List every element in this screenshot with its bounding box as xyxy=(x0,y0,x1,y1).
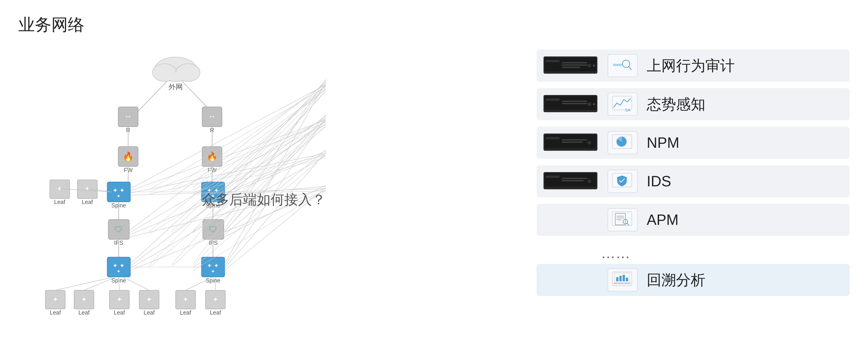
service-label-situation: 态势感知 xyxy=(647,94,705,114)
service-label-apm: APM xyxy=(647,211,679,228)
svg-text:Leaf: Leaf xyxy=(180,309,191,316)
service-dots: …… xyxy=(537,242,850,264)
svg-text:Leaf: Leaf xyxy=(114,309,125,316)
doc-search-icon xyxy=(611,211,634,229)
service-icon-box-ids xyxy=(608,170,638,193)
svg-rect-146 xyxy=(562,101,587,102)
svg-point-145 xyxy=(593,103,595,105)
main-layout: 外网 ↔ R ↔ R xyxy=(18,45,850,339)
svg-point-134 xyxy=(593,64,595,67)
svg-rect-154 xyxy=(562,139,587,140)
service-icon-box-internet-audit: www xyxy=(608,54,638,77)
svg-line-112 xyxy=(193,89,326,188)
svg-text:✦: ✦ xyxy=(213,296,218,303)
svg-line-171 xyxy=(627,223,629,225)
svg-text:🔥: 🔥 xyxy=(123,151,134,162)
svg-line-140 xyxy=(628,66,631,70)
svg-text:↔: ↔ xyxy=(208,112,216,121)
svg-text:Leaf: Leaf xyxy=(50,309,61,316)
svg-point-161 xyxy=(588,179,591,183)
appliance-icon-3 xyxy=(544,133,598,153)
svg-text:✦ ✦: ✦ ✦ xyxy=(113,262,125,269)
svg-text:Leaf: Leaf xyxy=(54,199,65,205)
svg-line-75 xyxy=(55,277,114,290)
service-label-ids: IDS xyxy=(647,173,671,190)
svg-text:✦ ✦: ✦ ✦ xyxy=(207,262,219,269)
service-label-npm: NPM xyxy=(647,134,679,151)
svg-text:🔥: 🔥 xyxy=(207,151,218,162)
svg-text:Leaf: Leaf xyxy=(82,199,93,205)
svg-line-84 xyxy=(130,120,326,191)
svg-line-5 xyxy=(136,82,167,114)
appliance-icon-4 xyxy=(544,171,598,192)
service-icon-box-apm xyxy=(608,208,638,231)
svg-text:✦: ✦ xyxy=(146,296,152,303)
service-item-situation: SA 态势感知 xyxy=(537,88,850,120)
svg-line-78 xyxy=(123,277,149,290)
svg-rect-174 xyxy=(616,277,619,281)
svg-text:✦: ✦ xyxy=(211,269,215,274)
svg-point-144 xyxy=(588,102,591,106)
right-panel: www 上网行为审计 xyxy=(523,45,850,339)
svg-rect-136 xyxy=(562,64,587,66)
svg-line-122 xyxy=(149,88,326,265)
page-title: 业务网络 xyxy=(18,14,850,36)
svg-rect-178 xyxy=(614,283,631,284)
svg-text:✦: ✦ xyxy=(53,296,58,303)
svg-rect-160 xyxy=(546,176,560,178)
svg-text:外网: 外网 xyxy=(168,83,183,91)
service-label-retrace: 回溯分析 xyxy=(647,270,705,290)
svg-rect-3 xyxy=(160,72,192,80)
service-item-apm: APM xyxy=(537,204,850,236)
svg-rect-163 xyxy=(562,180,584,181)
svg-text:Spine: Spine xyxy=(206,277,220,284)
svg-rect-177 xyxy=(626,278,628,281)
service-icon-box-retrace xyxy=(608,268,638,291)
page-container: 业务网络 外网 xyxy=(0,0,868,349)
appliance-icon-1 xyxy=(544,55,598,76)
service-icon-box-situation: SA xyxy=(608,93,638,116)
svg-rect-152 xyxy=(546,137,560,139)
svg-text:SA: SA xyxy=(625,108,630,112)
svg-text:✦ ✦: ✦ ✦ xyxy=(113,187,125,194)
svg-rect-175 xyxy=(619,276,622,281)
service-item-internet-audit: www 上网行为审计 xyxy=(537,50,850,82)
svg-text:Leaf: Leaf xyxy=(210,309,221,316)
bar-chart-icon xyxy=(611,271,634,289)
www-search-icon: www xyxy=(611,56,634,75)
svg-text:✦: ✦ xyxy=(117,296,122,303)
svg-text:🛡: 🛡 xyxy=(115,225,123,234)
chart-sa-icon: SA xyxy=(611,95,634,113)
svg-line-111 xyxy=(171,119,326,192)
svg-text:✦: ✦ xyxy=(57,185,62,193)
svg-text:www: www xyxy=(613,62,622,67)
svg-rect-162 xyxy=(562,178,587,179)
service-item-ids: IDS xyxy=(537,165,850,197)
svg-rect-176 xyxy=(623,275,625,281)
svg-text:Leaf: Leaf xyxy=(79,309,90,316)
svg-rect-155 xyxy=(562,142,583,143)
svg-text:✦: ✦ xyxy=(81,296,87,303)
svg-text:✦: ✦ xyxy=(117,269,121,274)
svg-rect-143 xyxy=(546,98,560,101)
svg-rect-137 xyxy=(562,67,580,68)
appliance-icon-2 xyxy=(544,94,598,115)
svg-line-107 xyxy=(149,87,326,190)
svg-text:↔: ↔ xyxy=(124,112,132,121)
svg-rect-135 xyxy=(562,62,587,63)
svg-line-124 xyxy=(171,90,326,265)
service-label-internet-audit: 上网行为审计 xyxy=(647,56,735,76)
svg-text:Leaf: Leaf xyxy=(144,309,155,316)
service-icon-box-npm xyxy=(608,131,638,154)
svg-rect-147 xyxy=(562,103,587,104)
service-item-npm: NPM xyxy=(537,127,850,159)
svg-point-133 xyxy=(588,64,591,67)
svg-rect-132 xyxy=(546,60,560,62)
shield-icon xyxy=(611,172,634,191)
svg-point-153 xyxy=(588,141,591,145)
svg-text:✦: ✦ xyxy=(117,194,121,199)
svg-line-110 xyxy=(171,84,326,190)
question-text: 众多后端如何接入？ xyxy=(202,191,326,209)
service-item-retrace: 回溯分析 xyxy=(537,264,850,296)
svg-text:✦: ✦ xyxy=(183,296,188,303)
